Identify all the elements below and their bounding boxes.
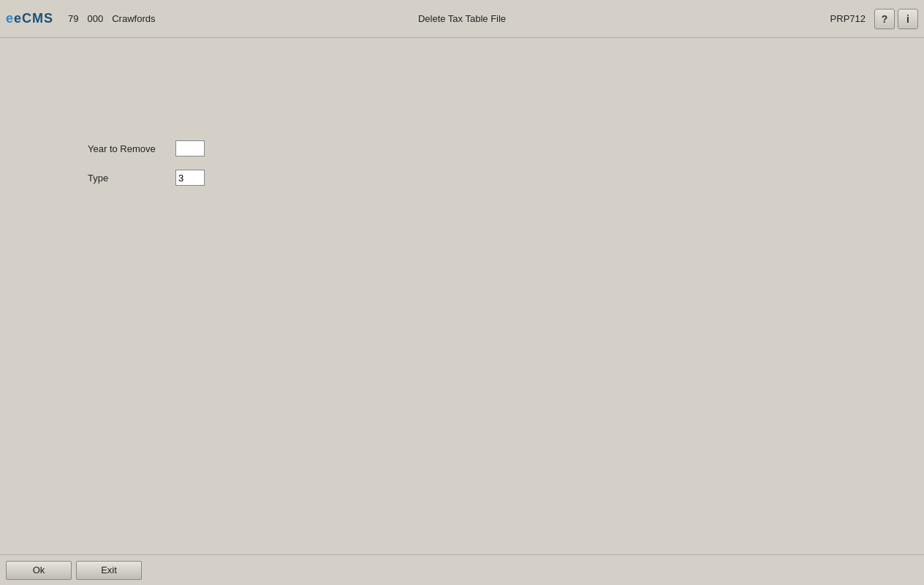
help-button[interactable]: ? bbox=[874, 9, 895, 29]
meta-code2: 000 bbox=[88, 13, 104, 24]
type-label: Type bbox=[88, 173, 175, 184]
exit-button[interactable]: Exit bbox=[76, 561, 142, 580]
header-meta: 79 000 Crawfords bbox=[68, 13, 155, 24]
header-buttons: ? i bbox=[874, 9, 918, 29]
header: eeCMS 79 000 Crawfords Delete Tax Table … bbox=[0, 0, 924, 38]
year-to-remove-label: Year to Remove bbox=[88, 143, 175, 154]
ok-button[interactable]: Ok bbox=[6, 561, 72, 580]
type-input[interactable] bbox=[175, 170, 205, 186]
app-logo: eeCMS bbox=[6, 11, 53, 26]
type-row: Type bbox=[88, 170, 909, 186]
info-button[interactable]: i bbox=[898, 9, 918, 29]
year-to-remove-row: Year to Remove bbox=[88, 140, 909, 156]
page-title: Delete Tax Table File bbox=[418, 13, 506, 24]
meta-code1: 79 bbox=[68, 13, 78, 24]
main-content: Year to Remove Type bbox=[0, 38, 924, 554]
year-to-remove-input[interactable] bbox=[175, 140, 205, 156]
program-code: PRP712 bbox=[830, 13, 866, 24]
meta-company: Crawfords bbox=[112, 13, 155, 24]
form-area: Year to Remove Type bbox=[88, 140, 909, 186]
footer: Ok Exit bbox=[0, 554, 924, 585]
